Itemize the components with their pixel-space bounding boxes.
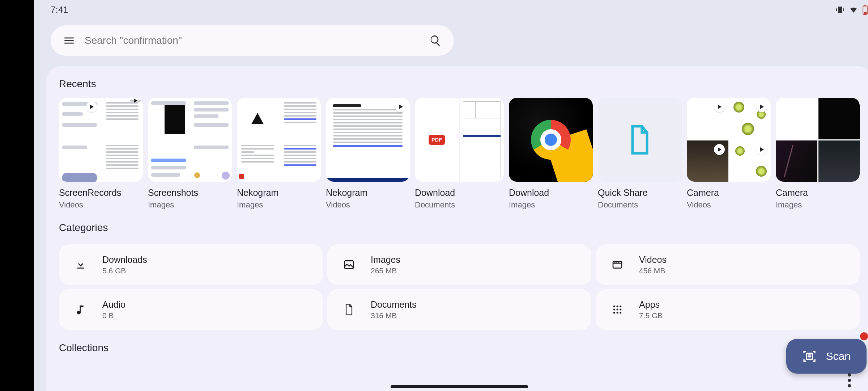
section-title-collections: Collections <box>59 342 860 354</box>
recent-title: Screenshots <box>148 188 232 198</box>
battery-low-icon <box>862 5 868 15</box>
play-icon <box>756 101 767 112</box>
apps-icon <box>610 304 625 315</box>
pdf-icon: PDF <box>429 135 445 145</box>
svg-point-8 <box>613 309 615 311</box>
video-icon <box>610 259 625 270</box>
status-bar: 7:41 <box>34 0 868 20</box>
category-apps[interactable]: Apps7.5 GB <box>596 289 860 330</box>
category-name: Apps <box>639 299 663 310</box>
recent-item-screenshots[interactable]: Screenshots Images <box>148 98 232 210</box>
recent-subtitle: Videos <box>59 200 143 210</box>
svg-point-12 <box>617 312 618 314</box>
recent-title: Nekogram <box>237 188 321 198</box>
more-options-button[interactable] <box>842 370 856 390</box>
svg-point-10 <box>620 309 621 311</box>
category-name: Images <box>371 255 400 265</box>
scan-label: Scan <box>826 350 851 362</box>
play-icon <box>86 101 97 112</box>
status-icons <box>835 5 868 15</box>
play-icon <box>714 101 725 112</box>
audio-icon <box>73 303 88 316</box>
svg-point-9 <box>617 309 618 311</box>
category-size: 7.5 GB <box>639 311 663 320</box>
document-icon <box>627 124 652 155</box>
svg-point-13 <box>620 312 621 314</box>
recent-subtitle: Images <box>237 200 321 210</box>
content-card: Recents ScreenRecords Videos <box>46 66 868 391</box>
category-downloads[interactable]: Downloads5.6 GB <box>59 244 323 285</box>
svg-rect-2 <box>864 12 867 14</box>
document-icon <box>342 303 356 316</box>
category-name: Videos <box>639 255 667 265</box>
notification-dot <box>860 332 868 340</box>
recent-subtitle: Videos <box>326 200 410 210</box>
download-icon <box>73 259 88 270</box>
recent-title: Quick Share <box>598 188 682 198</box>
image-icon <box>342 259 356 270</box>
category-name: Audio <box>102 299 125 310</box>
vibrate-icon <box>835 5 845 14</box>
recent-title: ScreenRecords <box>59 188 143 198</box>
category-size: 456 MB <box>639 266 667 275</box>
svg-rect-1 <box>864 5 866 6</box>
wifi-icon <box>848 5 859 14</box>
play-icon <box>756 144 767 155</box>
recent-title: Camera <box>687 188 771 198</box>
svg-point-5 <box>613 306 615 307</box>
category-size: 5.6 GB <box>102 266 147 275</box>
category-name: Documents <box>371 299 416 310</box>
scan-fab[interactable]: Scan <box>786 339 867 374</box>
recent-item-download-images[interactable]: Download Images <box>509 98 593 210</box>
category-name: Downloads <box>102 255 147 265</box>
svg-point-11 <box>613 312 615 314</box>
recent-subtitle: Videos <box>687 200 771 210</box>
category-size: 0 B <box>102 311 125 320</box>
recent-item-nekogram-videos[interactable]: Nekogram Videos <box>326 98 410 210</box>
recent-subtitle: Images <box>148 200 232 210</box>
search-row <box>34 20 868 56</box>
recent-item-quickshare[interactable]: Quick Share Documents <box>598 98 682 210</box>
recent-title: Download <box>509 188 593 198</box>
svg-point-7 <box>620 306 621 307</box>
category-size: 265 MB <box>371 266 400 275</box>
categories-grid: Downloads5.6 GB Images265 MB Videos456 M… <box>59 244 860 330</box>
category-videos[interactable]: Videos456 MB <box>596 244 860 285</box>
search-input[interactable] <box>85 35 420 46</box>
play-icon <box>714 144 725 155</box>
recent-item-screenrecords[interactable]: ScreenRecords Videos <box>59 98 143 210</box>
scan-icon <box>802 349 817 363</box>
recents-strip[interactable]: ScreenRecords Videos Screenshots Images <box>59 98 860 210</box>
recent-item-download-documents[interactable]: PDF Download Documents <box>415 98 504 210</box>
recent-title: Nekogram <box>326 188 410 198</box>
recent-title: Download <box>415 188 504 198</box>
recent-subtitle: Documents <box>415 200 504 210</box>
menu-icon[interactable] <box>63 34 75 47</box>
play-icon <box>130 100 141 101</box>
system-nav-rail <box>0 0 34 391</box>
section-title-categories: Categories <box>59 222 860 234</box>
search-icon[interactable] <box>429 34 442 47</box>
recent-item-camera-videos[interactable]: Camera Videos <box>687 98 771 210</box>
status-clock: 7:41 <box>51 5 68 15</box>
recent-subtitle: Documents <box>598 200 682 210</box>
recent-subtitle: Images <box>776 200 860 210</box>
category-size: 316 MB <box>371 311 416 320</box>
category-documents[interactable]: Documents316 MB <box>327 289 591 330</box>
svg-point-6 <box>617 306 618 307</box>
recent-title: Camera <box>776 188 860 198</box>
files-app: 7:41 Recents <box>34 0 868 391</box>
recent-item-camera-images[interactable]: Camera Images <box>776 98 860 210</box>
recent-subtitle: Images <box>509 200 593 210</box>
gesture-nav-handle[interactable] <box>391 385 528 388</box>
recent-item-nekogram-images[interactable]: Nekogram Images <box>237 98 321 210</box>
category-audio[interactable]: Audio0 B <box>59 289 323 330</box>
section-title-recents: Recents <box>59 78 860 90</box>
search-bar[interactable] <box>51 25 454 56</box>
chrome-logo-icon <box>531 120 571 160</box>
category-images[interactable]: Images265 MB <box>327 244 591 285</box>
play-icon <box>395 101 406 112</box>
